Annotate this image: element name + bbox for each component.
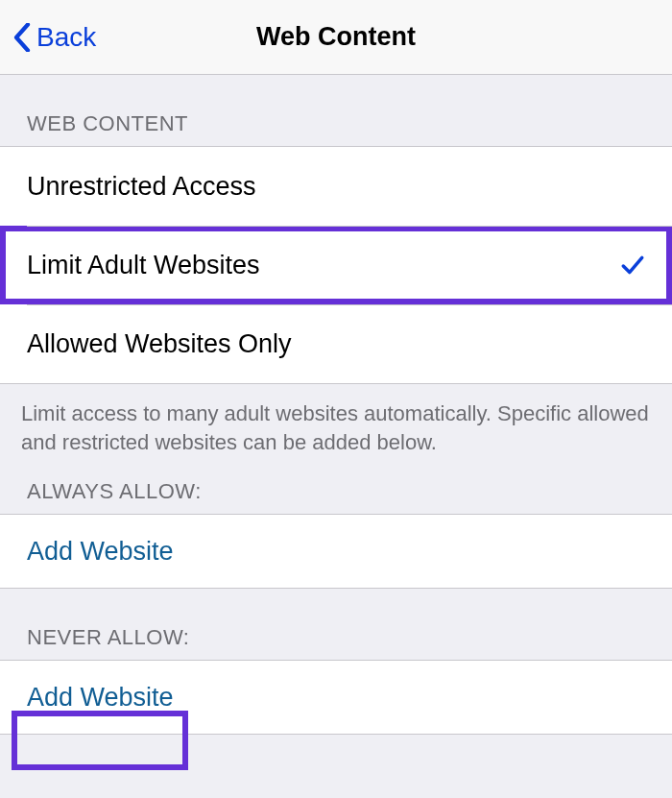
section-header-web-content: WEB CONTENT — [0, 75, 672, 146]
add-website-label: Add Website — [27, 537, 174, 567]
option-limit-adult-websites[interactable]: Limit Adult Websites — [0, 226, 672, 304]
page-title: Web Content — [256, 22, 416, 52]
back-button[interactable]: Back — [13, 22, 96, 53]
section-header-always-allow: ALWAYS ALLOW: — [0, 464, 672, 514]
add-website-never-allow[interactable]: Add Website — [0, 660, 672, 735]
chevron-left-icon — [13, 23, 31, 52]
web-content-options: Unrestricted Access Limit Adult Websites… — [0, 146, 672, 384]
add-website-label: Add Website — [27, 683, 174, 713]
option-label: Limit Adult Websites — [27, 251, 620, 280]
section-footer-web-content: Limit access to many adult websites auto… — [0, 384, 672, 464]
back-label: Back — [36, 22, 96, 53]
option-allowed-websites-only[interactable]: Allowed Websites Only — [0, 304, 672, 383]
option-label: Unrestricted Access — [27, 172, 645, 202]
check-icon — [620, 253, 645, 278]
section-header-never-allow: NEVER ALLOW: — [0, 589, 672, 660]
add-website-always-allow[interactable]: Add Website — [0, 514, 672, 589]
option-label: Allowed Websites Only — [27, 329, 645, 359]
nav-bar: Back Web Content — [0, 0, 672, 75]
option-unrestricted-access[interactable]: Unrestricted Access — [0, 147, 672, 226]
